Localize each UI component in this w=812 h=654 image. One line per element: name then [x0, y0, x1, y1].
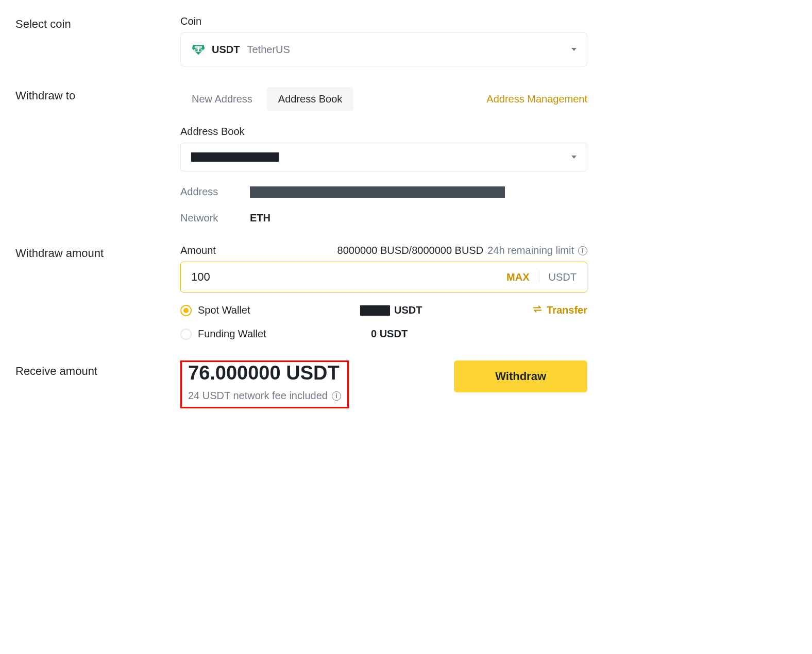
spot-wallet-unit: USDT	[394, 304, 422, 316]
divider	[539, 271, 539, 283]
coin-field-label: Coin	[180, 15, 587, 27]
section-label-withdraw-amount: Withdraw amount	[15, 245, 180, 340]
section-label-receive-amount: Receive amount	[15, 360, 180, 408]
highlight-box: 76.000000 USDT 24 USDT network fee inclu…	[180, 360, 349, 408]
funding-wallet-balance: 0 USDT	[371, 328, 408, 340]
address-book-label: Address Book	[180, 126, 587, 137]
section-label-select-coin: Select coin	[15, 15, 180, 66]
transfer-icon	[532, 304, 543, 317]
info-icon[interactable]: i	[578, 246, 587, 255]
chevron-down-icon	[571, 156, 577, 159]
chevron-down-icon	[571, 48, 577, 51]
limit-label: 24h remaining limit	[487, 245, 574, 256]
section-label-withdraw-to: Withdraw to	[15, 87, 180, 224]
spot-wallet-balance-redacted	[360, 305, 390, 316]
amount-label: Amount	[180, 245, 216, 256]
limit-value: 8000000 BUSD/8000000 BUSD	[337, 245, 484, 256]
funding-wallet-label: Funding Wallet	[198, 328, 266, 340]
address-book-select[interactable]	[180, 143, 587, 171]
coin-symbol: USDT	[212, 44, 240, 56]
amount-unit: USDT	[549, 271, 577, 283]
withdraw-button[interactable]: Withdraw	[454, 360, 587, 392]
radio-spot-wallet[interactable]	[180, 305, 192, 316]
info-icon[interactable]: i	[332, 391, 341, 401]
link-address-management[interactable]: Address Management	[486, 93, 587, 105]
amount-input[interactable]	[191, 270, 506, 284]
transfer-button[interactable]: Transfer	[532, 304, 587, 317]
network-fee-note: 24 USDT network fee included	[188, 390, 328, 402]
tab-new-address[interactable]: New Address	[180, 87, 264, 111]
transfer-label: Transfer	[547, 304, 587, 316]
tab-address-book[interactable]: Address Book	[267, 87, 354, 111]
coin-select[interactable]: USDT TetherUS	[180, 32, 587, 66]
network-value: ETH	[250, 212, 270, 224]
network-label: Network	[180, 212, 250, 224]
max-button[interactable]: MAX	[506, 271, 529, 283]
tether-icon	[191, 42, 206, 57]
amount-input-container: MAX USDT	[180, 262, 587, 292]
spot-wallet-label: Spot Wallet	[198, 304, 250, 316]
coin-name: TetherUS	[247, 44, 290, 56]
address-book-selected-redacted	[191, 152, 279, 162]
address-value-redacted	[250, 186, 505, 198]
receive-amount-value: 76.000000 USDT	[188, 363, 341, 383]
address-label: Address	[180, 186, 250, 198]
radio-funding-wallet[interactable]	[180, 329, 192, 340]
